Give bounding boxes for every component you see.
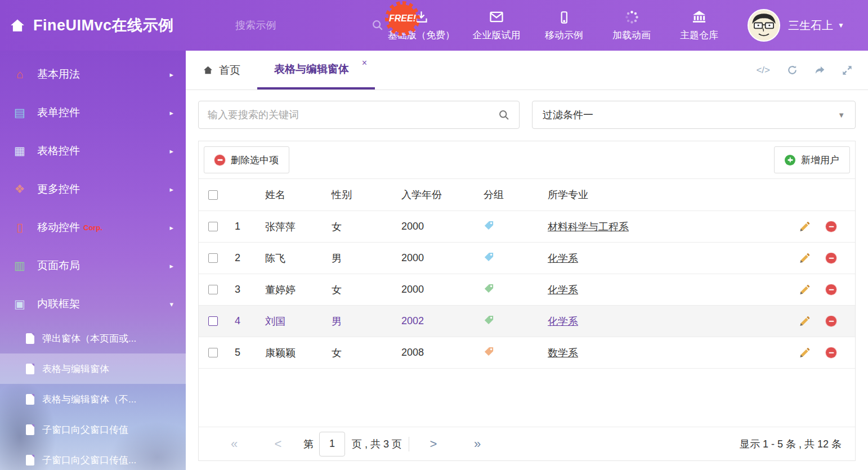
edit-icon[interactable] [799, 253, 810, 264]
table-row[interactable]: 4 刘国 男 2002 化学系 [199, 306, 855, 337]
sidebar-subitem[interactable]: 表格与编辑窗体 [0, 353, 186, 384]
app-title: FineUIMvc在线示例 [33, 15, 174, 35]
table-body: 1 张萍萍 女 2000 材料科学与工程系 [199, 211, 855, 369]
row-number: 2 [227, 252, 257, 264]
delete-icon[interactable] [826, 253, 836, 263]
add-user-button[interactable]: 新增用户 [774, 146, 850, 173]
sidebar-subitem[interactable]: 表格与编辑窗体（不... [0, 384, 186, 414]
delete-button-label: 删除选中项 [231, 154, 279, 167]
nav-loading-animation[interactable]: 加载动画 [600, 9, 663, 42]
first-page-icon[interactable]: « [212, 437, 256, 451]
delete-icon[interactable] [826, 347, 836, 358]
select-all-checkbox[interactable] [208, 190, 218, 200]
table-row[interactable]: 2 陈飞 男 2000 化学系 [199, 243, 855, 274]
tab-grid-edit-window[interactable]: 表格与编辑窗体 × [257, 51, 375, 89]
delete-icon[interactable] [826, 316, 836, 326]
home-icon [203, 65, 213, 75]
cell-year: 2000 [393, 252, 476, 264]
cell-gender: 男 [324, 315, 393, 328]
nav-mobile-demo[interactable]: 移动示例 [533, 9, 596, 42]
nav-theme-store[interactable]: 主题仓库 [668, 9, 731, 42]
expand-icon[interactable] [842, 65, 852, 75]
next-page-icon[interactable]: > [411, 437, 455, 451]
sidebar-subitem[interactable]: 子窗口向父窗口传值 [0, 414, 186, 445]
envelope-icon [489, 9, 504, 25]
search-icon[interactable] [498, 109, 510, 121]
major-link[interactable]: 数学系 [548, 347, 578, 359]
row-checkbox[interactable] [208, 316, 218, 326]
tab-bar: 首页 表格与编辑窗体 × </> [186, 51, 868, 90]
major-link[interactable]: 化学系 [548, 316, 578, 327]
major-link[interactable]: 化学系 [548, 253, 578, 264]
cell-gender: 男 [324, 252, 393, 265]
row-checkbox[interactable] [208, 253, 218, 263]
nav-label: 移动示例 [545, 29, 583, 42]
close-icon[interactable]: × [362, 58, 367, 68]
sidebar-item[interactable]: ❖ 更多控件 [0, 170, 186, 208]
sidebar-subitem-label: 表格与编辑窗体（不... [42, 393, 136, 406]
file-icon [26, 455, 34, 465]
chevron-down-icon: ▼ [838, 111, 845, 119]
keyword-search-box [198, 101, 520, 129]
nav-label: 主题仓库 [680, 29, 718, 42]
edit-icon[interactable] [799, 284, 810, 296]
user-avatar[interactable] [748, 9, 780, 42]
page-label: 第 [303, 437, 314, 451]
sidebar-subitem-label: 子窗口向父窗口传值... [42, 454, 136, 467]
last-page-icon[interactable]: » [455, 437, 499, 451]
file-icon [26, 424, 34, 435]
sidebar-subitem[interactable]: 子窗口向父窗口传值... [0, 445, 186, 470]
file-icon [26, 394, 34, 405]
row-checkbox[interactable] [208, 222, 218, 231]
header-search-input[interactable] [235, 20, 366, 32]
major-link[interactable]: 化学系 [548, 284, 578, 296]
tab-home[interactable]: 首页 [186, 51, 257, 89]
filter-dropdown[interactable]: 过滤条件一 ▼ [532, 101, 856, 129]
delete-icon[interactable] [826, 284, 836, 295]
header-search [235, 19, 351, 32]
cell-name: 刘国 [257, 315, 324, 328]
cell-name: 张萍萍 [257, 220, 324, 234]
share-forward-icon[interactable] [815, 65, 825, 75]
cubes-icon: ❖ [11, 182, 28, 196]
delete-selected-button[interactable]: 删除选中项 [204, 146, 289, 173]
source-code-icon[interactable]: </> [756, 65, 770, 76]
sidebar-item[interactable]: ⌂ 基本用法 [0, 55, 186, 93]
tag-icon [484, 220, 494, 231]
sidebar-item[interactable]: ▦ 表格控件 [0, 132, 186, 170]
sidebar-subitem[interactable]: 弹出窗体（本页面或... [0, 323, 186, 353]
chevron-icon [169, 185, 173, 194]
pagination-bar: « < 第 页 , 共 3 页 > » 显示 1 - 5 条 , 共 12 条 [199, 427, 855, 460]
table-row[interactable]: 3 董婷婷 女 2000 化学系 [199, 274, 855, 306]
sidebar: ⌂ 基本用法 ▤ 表单控件 ▦ 表格控件 [0, 51, 186, 470]
sidebar-item-label: 移动控件 [37, 220, 80, 235]
keyword-search-input[interactable] [208, 109, 493, 121]
sidebar-menu: ⌂ 基本用法 ▤ 表单控件 ▦ 表格控件 [0, 55, 186, 323]
major-link[interactable]: 材料科学与工程系 [548, 221, 629, 232]
prev-page-icon[interactable]: < [256, 437, 300, 451]
home-icon: ⌂ [11, 68, 28, 81]
row-checkbox[interactable] [208, 348, 218, 357]
delete-icon[interactable] [826, 221, 836, 232]
sidebar-item[interactable]: ▣ 内联框架 [0, 285, 186, 323]
sidebar-item-label: 表单控件 [37, 105, 80, 120]
table-row[interactable]: 1 张萍萍 女 2000 材料科学与工程系 [199, 211, 855, 243]
mobile2-icon: ▯ [11, 221, 28, 234]
edit-icon[interactable] [799, 221, 810, 232]
sidebar-item[interactable]: ▤ 表单控件 [0, 93, 186, 132]
filter-row: 过滤条件一 ▼ [186, 90, 868, 141]
edit-icon[interactable] [799, 316, 810, 327]
main-content: 首页 表格与编辑窗体 × </> [186, 51, 868, 470]
nav-enterprise-trial[interactable]: 企业版试用 [465, 9, 528, 42]
sidebar-item[interactable]: ▯ 移动控件 Corp. [0, 208, 186, 247]
row-checkbox[interactable] [208, 285, 218, 294]
sidebar-subitem-label: 弹出窗体（本页面或... [42, 332, 136, 345]
sidebar-item[interactable]: ▥ 页面布局 [0, 247, 186, 285]
table-row[interactable]: 5 康颖颖 女 2008 数学系 [199, 337, 855, 369]
page-number-input[interactable] [319, 432, 345, 456]
user-menu[interactable]: 三生石上 ▼ [748, 9, 844, 42]
edit-icon[interactable] [799, 347, 810, 359]
refresh-icon[interactable] [787, 65, 798, 75]
tag-icon [484, 283, 494, 294]
free-badge-label: FREE! [389, 14, 416, 24]
